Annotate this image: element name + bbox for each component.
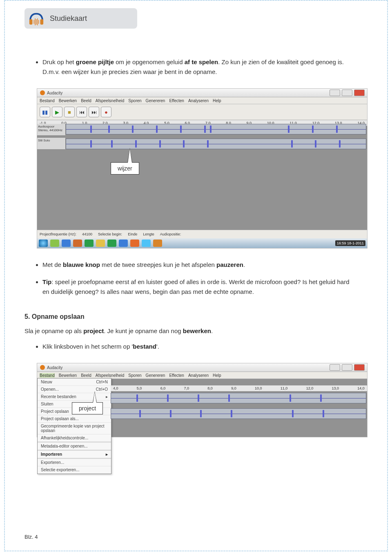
close-button[interactable] [354, 364, 365, 371]
file-menu-item[interactable]: Project opslaan als... [38, 415, 111, 423]
menu-item[interactable]: Bestand [40, 99, 55, 103]
menu-item[interactable]: Afspeelsnelheid [96, 99, 125, 103]
file-menu-item[interactable]: Afhankelijkheidscontrole... [38, 434, 111, 442]
file-menu-item[interactable]: Exporteren... [38, 459, 111, 466]
waveform-track[interactable] [111, 408, 366, 419]
audacity-screenshot-2: Audacity Bestand Bewerken Beeld Afspeels… [37, 363, 368, 437]
file-menu-dropdown: NieuwCtrl+N Openen...Ctrl+O Recente best… [37, 378, 111, 474]
record-button[interactable]: ● [101, 107, 111, 117]
window-titlebar: Audacity [37, 89, 367, 97]
menu-bar: Bestand Bewerken Beeld Afspeelsnelheid S… [37, 97, 367, 104]
menu-item[interactable]: Beeld [81, 99, 91, 103]
audacity-screenshot-1: Audacity Bestand Bewerken Beeld Afspeels… [37, 88, 368, 249]
file-menu-item[interactable]: Metadata-editor openen... [38, 443, 111, 450]
page-number: Blz. 4 [24, 534, 38, 540]
bullet-list-1: Druk op het groene pijltje om je opgenom… [24, 57, 368, 77]
play-button[interactable]: ▶ [52, 107, 62, 117]
menu-item[interactable]: Afspeelsnelheid [96, 373, 125, 378]
windows-taskbar: 16:59 18-1-2011 [37, 238, 367, 248]
taskbar-app-icon[interactable] [62, 240, 71, 247]
pause-button[interactable]: ▮▮ [40, 107, 50, 117]
menu-item[interactable]: Genereren [146, 99, 165, 103]
taskbar-app-icon[interactable] [73, 240, 82, 247]
list-item: Klik linksboven in het scherm op 'bestan… [42, 342, 368, 352]
track-header[interactable]: Stil Solo [37, 138, 66, 149]
svg-rect-0 [29, 19, 33, 25]
file-menu-item[interactable]: Importeren▸ [38, 451, 111, 458]
menu-item[interactable]: Bestand [40, 373, 55, 378]
audacity-logo-icon [29, 11, 44, 26]
bullet-list-2: Met de blauwe knop met de twee streepjes… [24, 260, 368, 297]
page-frame: Studiekaart Druk op het groene pijltje o… [4, 0, 388, 551]
window-titlebar: Audacity [37, 363, 367, 372]
start-orb-icon[interactable] [39, 240, 48, 247]
list-item: Met de blauwe knop met de twee streepjes… [42, 260, 368, 270]
taskbar-clock: 16:59 18-1-2011 [335, 240, 365, 246]
menu-item[interactable]: Beeld [81, 373, 91, 378]
svg-rect-1 [40, 19, 44, 25]
header-title: Studiekaart [50, 14, 87, 23]
track-header[interactable]: Audiospoor Stereo, 44100Hz [37, 124, 66, 135]
menu-item[interactable]: Bewerken [59, 373, 77, 378]
maximize-button[interactable] [342, 364, 352, 371]
skip-start-button[interactable]: ⏮ [76, 107, 87, 117]
menu-item[interactable]: Analyseren [188, 99, 209, 103]
waveform-track[interactable] [111, 393, 366, 403]
taskbar-app-icon[interactable] [107, 240, 116, 247]
taskbar-app-icon[interactable] [96, 240, 105, 247]
taskbar-app-icon[interactable] [85, 240, 94, 247]
close-button[interactable] [354, 90, 365, 96]
audacity-app-icon [40, 90, 45, 96]
file-menu-item[interactable]: Selectie exporteren... [38, 466, 111, 474]
file-menu-item[interactable]: Openen...Ctrl+O [38, 386, 111, 393]
header-pill: Studiekaart [24, 8, 137, 29]
svg-point-7 [40, 90, 45, 95]
waveform-track[interactable] [66, 124, 366, 134]
section-heading: 5. Opname opslaan [24, 313, 368, 320]
transport-toolbar: ▮▮ ▶ ■ ⏮ ⏭ ● [37, 104, 367, 120]
taskbar-app-icon[interactable] [119, 240, 128, 247]
waveform-track[interactable] [66, 139, 366, 149]
menu-item[interactable]: Bewerken [59, 99, 77, 103]
maximize-button[interactable] [342, 90, 352, 96]
bullet-list-3: Klik linksboven in het scherm op 'bestan… [24, 342, 368, 352]
menu-item[interactable]: Effecten [169, 99, 184, 103]
file-menu-item[interactable]: Recente bestanden▸ [38, 393, 111, 401]
audacity-app-icon [40, 365, 45, 370]
skip-end-button[interactable]: ⏭ [89, 107, 99, 117]
callout-label: project [72, 402, 103, 414]
menu-item[interactable]: Sporen [128, 99, 141, 103]
paragraph: Sla je opname op als project. Je kunt je… [24, 326, 368, 336]
menu-item[interactable]: Analyseren [188, 373, 209, 378]
list-item: Tip: speel je proefopname eerst af en lu… [42, 277, 368, 297]
file-menu-item[interactable]: Gecomprimeerde kopie van project opslaan [38, 423, 111, 434]
status-bar: Projectfrequentie (Hz): 44100 Selectie b… [37, 230, 367, 238]
file-menu-item[interactable]: NieuwCtrl+N [38, 378, 111, 386]
menu-item[interactable]: Help [213, 99, 221, 103]
menu-item[interactable]: Help [213, 373, 221, 378]
timeline-ruler[interactable]: 4,0 5,0 6,0 7,0 8,0 9,0 10,0 11,0 12,0 1… [111, 385, 367, 392]
audacity-taskbar-icon[interactable] [153, 240, 162, 247]
firefox-icon[interactable] [130, 240, 139, 247]
menu-item[interactable]: Effecten [169, 373, 184, 378]
stop-button[interactable]: ■ [64, 107, 75, 117]
minimize-button[interactable] [330, 364, 340, 371]
taskbar-app-icon[interactable] [50, 240, 59, 247]
skype-icon[interactable] [142, 240, 151, 247]
menu-item[interactable]: Sporen [128, 373, 141, 378]
callout-label: wijzer [111, 162, 139, 175]
menu-item[interactable]: Genereren [146, 373, 165, 378]
list-item: Druk op het groene pijltje om je opgenom… [42, 57, 368, 77]
minimize-button[interactable] [330, 90, 340, 96]
svg-point-8 [40, 365, 45, 370]
